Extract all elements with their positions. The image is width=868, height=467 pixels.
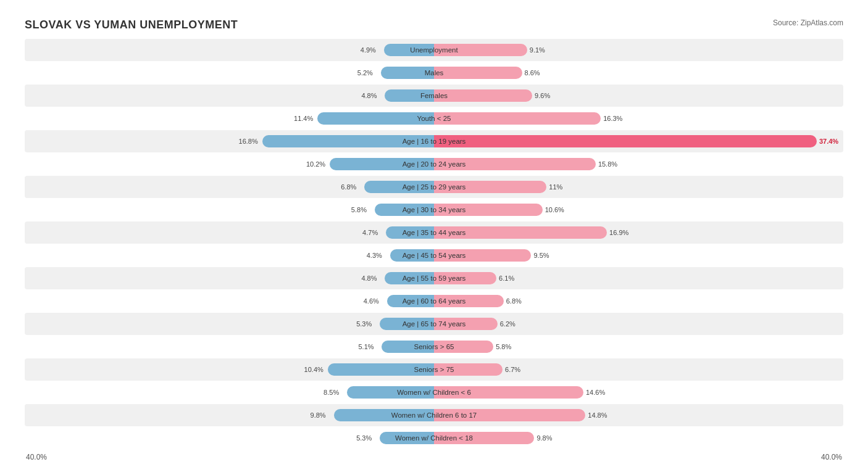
row-label: Women w/ Children 6 to 17 (391, 411, 477, 419)
value-left: 5.3% (356, 434, 372, 442)
table-row: 5.1% Seniors > 65 5.8% (25, 336, 843, 358)
table-row: 4.6% Age | 60 to 64 years 6.8% (25, 290, 843, 312)
value-left: 16.8% (239, 138, 258, 145)
value-right: 5.8% (496, 343, 511, 350)
value-right: 6.2% (500, 320, 515, 328)
value-left: 10.2% (306, 160, 325, 168)
row-inner: 5.3% Age | 65 to 74 years 6.2% (25, 313, 843, 335)
row-inner: 4.3% Age | 45 to 54 years 9.5% (25, 244, 843, 267)
value-left: 11.4% (294, 115, 313, 122)
row-inner: 4.9% Unemployment 9.1% (25, 39, 843, 61)
chart-source: Source: ZipAtlas.com (773, 19, 843, 27)
row-inner: 4.6% Age | 60 to 64 years 6.8% (25, 290, 843, 312)
value-left: 4.6% (364, 297, 379, 305)
table-row: 4.9% Unemployment 9.1% (25, 39, 843, 61)
axis-left: 40.0% (26, 453, 47, 461)
table-row: 10.2% Age | 20 to 24 years 15.8% (25, 153, 843, 175)
value-right: 15.8% (598, 160, 617, 168)
row-label: Youth < 25 (417, 115, 451, 122)
value-right: 14.8% (588, 411, 607, 419)
table-row: 4.7% Age | 35 to 44 years 16.9% (25, 221, 843, 244)
bar-yuman (434, 89, 532, 102)
row-inner: 16.8% Age | 16 to 19 years 37.4% (25, 130, 843, 152)
bar-yuman (434, 67, 522, 79)
value-right: 9.5% (533, 252, 549, 259)
row-inner: 6.8% Age | 25 to 29 years 11% (25, 176, 843, 198)
value-right: 6.1% (499, 275, 514, 282)
row-label: Age | 30 to 34 years (403, 206, 466, 213)
row-inner: 4.8% Age | 55 to 59 years 6.1% (25, 267, 843, 289)
table-row: 4.8% Age | 55 to 59 years 6.1% (25, 267, 843, 289)
row-inner: 5.3% Women w/ Children < 18 9.8% (25, 427, 843, 449)
value-right: 9.8% (536, 434, 552, 442)
row-inner: 9.8% Women w/ Children 6 to 17 14.8% (25, 404, 843, 426)
row-inner: 11.4% Youth < 25 16.3% (25, 107, 843, 130)
row-inner: 10.4% Seniors > 75 6.7% (25, 358, 843, 381)
table-row: 10.4% Seniors > 75 6.7% (25, 358, 843, 381)
table-row: 5.3% Women w/ Children < 18 9.8% (25, 427, 843, 449)
table-row: 8.5% Women w/ Children < 6 14.6% (25, 381, 843, 403)
value-right: 16.9% (609, 229, 628, 236)
chart-title: SLOVAK VS YUMAN UNEMPLOYMENT (25, 19, 238, 31)
row-inner: 10.2% Age | 20 to 24 years 15.8% (25, 153, 843, 175)
chart-header: SLOVAK VS YUMAN UNEMPLOYMENT Source: Zip… (25, 19, 843, 31)
row-label: Age | 35 to 44 years (403, 229, 466, 236)
row-label: Females (420, 92, 448, 99)
row-label: Age | 16 to 19 years (403, 138, 466, 145)
value-left: 4.3% (367, 252, 382, 259)
table-row: 4.8% Females 9.6% (25, 85, 843, 107)
value-right: 11% (549, 183, 562, 191)
row-inner: 5.8% Age | 30 to 34 years 10.6% (25, 199, 843, 221)
value-right: 10.6% (545, 206, 564, 213)
value-right: 9.6% (535, 92, 550, 99)
value-right: 9.1% (530, 46, 545, 54)
bar-yuman (434, 135, 817, 147)
chart-rows-wrapper: 4.9% Unemployment 9.1% 5.2% Males 8.6% (25, 39, 843, 449)
value-left: 6.8% (341, 183, 356, 191)
value-right: 6.7% (505, 366, 520, 373)
row-inner: 5.1% Seniors > 65 5.8% (25, 336, 843, 358)
table-row: 4.3% Age | 45 to 54 years 9.5% (25, 244, 843, 267)
row-label: Women w/ Children < 6 (397, 389, 471, 396)
value-left: 5.3% (356, 320, 372, 328)
value-left: 4.8% (361, 92, 377, 99)
row-label: Unemployment (410, 46, 457, 54)
row-inner: 4.7% Age | 35 to 44 years 16.9% (25, 221, 843, 244)
value-left: 9.8% (311, 411, 326, 419)
value-right: 6.8% (506, 297, 522, 305)
row-label: Age | 45 to 54 years (403, 252, 466, 259)
row-inner: 4.8% Females 9.6% (25, 85, 843, 107)
value-left: 4.7% (362, 229, 378, 236)
row-label: Males (425, 69, 444, 76)
row-label: Seniors > 75 (414, 366, 454, 373)
value-left: 4.8% (361, 275, 377, 282)
row-label: Seniors > 65 (414, 343, 454, 350)
chart-container: SLOVAK VS YUMAN UNEMPLOYMENT Source: Zip… (12, 12, 856, 467)
value-left: 10.4% (304, 366, 323, 373)
value-right: 14.6% (586, 389, 605, 396)
row-label: Age | 65 to 74 years (403, 320, 466, 328)
value-left: 5.1% (358, 343, 373, 350)
row-label: Age | 55 to 59 years (403, 275, 466, 282)
row-inner: 8.5% Women w/ Children < 6 14.6% (25, 381, 843, 403)
value-left: 5.8% (351, 206, 367, 213)
axis-right: 40.0% (821, 453, 842, 461)
table-row: 11.4% Youth < 25 16.3% (25, 107, 843, 130)
table-row: 5.3% Age | 65 to 74 years 6.2% (25, 313, 843, 335)
table-row: 16.8% Age | 16 to 19 years 37.4% (25, 130, 843, 152)
row-inner: 5.2% Males 8.6% (25, 62, 843, 84)
value-right: 16.3% (603, 115, 622, 122)
value-right: 37.4% (819, 138, 838, 145)
row-label: Women w/ Children < 18 (395, 434, 473, 442)
table-row: 5.2% Males 8.6% (25, 62, 843, 84)
row-label: Age | 60 to 64 years (403, 297, 466, 305)
value-right: 8.6% (525, 69, 540, 76)
table-row: 9.8% Women w/ Children 6 to 17 14.8% (25, 404, 843, 426)
row-label: Age | 20 to 24 years (403, 160, 466, 168)
value-left: 4.9% (361, 46, 376, 54)
value-left: 8.5% (323, 389, 339, 396)
bar-yuman (434, 112, 601, 125)
table-row: 5.8% Age | 30 to 34 years 10.6% (25, 199, 843, 221)
row-label: Age | 25 to 29 years (403, 183, 466, 191)
table-row: 6.8% Age | 25 to 29 years 11% (25, 176, 843, 198)
